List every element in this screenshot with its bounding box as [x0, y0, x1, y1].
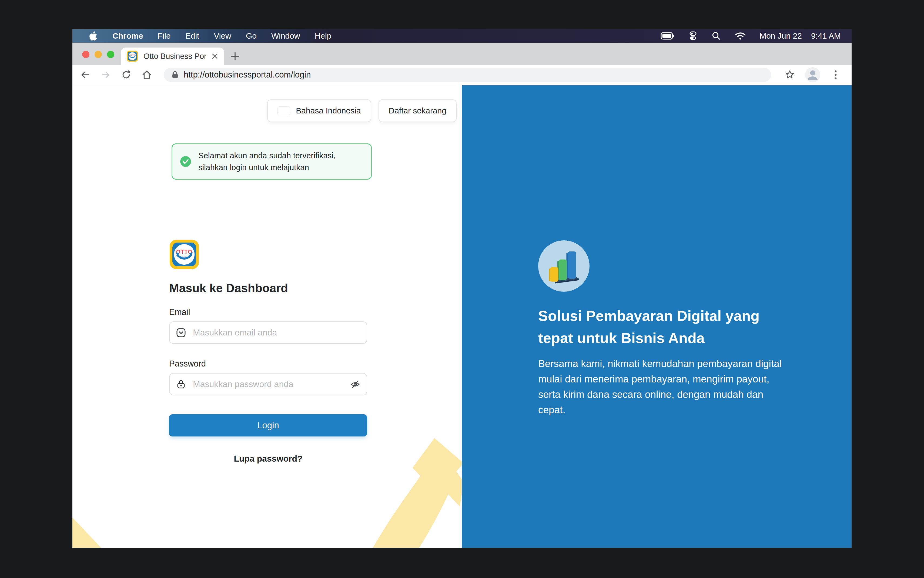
tab-title: Otto Business Portal — [143, 52, 206, 61]
tab-strip: Otto Business Portal — [72, 43, 852, 65]
lock-icon — [176, 380, 186, 389]
menu-date: Mon Jun 22 — [760, 31, 802, 41]
bar-chart-illustration — [538, 240, 589, 292]
menu-time: 9:41 AM — [811, 31, 841, 41]
top-actions: Bahasa Indonesia Daftar sekarang — [267, 99, 456, 122]
ottopay-logo — [169, 239, 200, 270]
register-button-label: Daftar sekarang — [389, 106, 447, 115]
window-minimize-button[interactable] — [94, 51, 102, 58]
new-tab-button[interactable] — [228, 49, 242, 63]
macos-menu-bar: Chrome File Edit View Go Window Help — [72, 29, 852, 43]
password-label: Password — [169, 359, 367, 369]
browser-toolbar: http://ottobusinessportal.com/login — [72, 65, 852, 85]
menu-item-chrome[interactable]: Chrome — [112, 31, 143, 41]
menu-item-edit[interactable]: Edit — [185, 31, 200, 41]
toggle-password-visibility-button[interactable] — [350, 379, 361, 390]
language-button-label: Bahasa Indonesia — [296, 106, 361, 115]
page-content: Bahasa Indonesia Daftar sekarang Selamat… — [72, 85, 852, 548]
padlock-icon[interactable] — [171, 70, 179, 79]
email-field-wrap — [169, 321, 367, 344]
forgot-password-link[interactable]: Lupa password? — [169, 454, 367, 464]
browser-menu-icon[interactable] — [830, 70, 841, 80]
growth-arrow-graphic — [349, 433, 462, 548]
control-center-icon[interactable] — [688, 31, 698, 41]
profile-avatar[interactable] — [805, 67, 820, 82]
success-alert: Selamat akun anda sudah terverifikasi, s… — [172, 143, 372, 180]
password-input[interactable] — [169, 373, 367, 395]
browser-tab[interactable]: Otto Business Portal — [121, 47, 224, 65]
hero-heading: Solusi Pembayaran Digital yang tepat unt… — [538, 305, 789, 349]
menu-item-help[interactable]: Help — [315, 31, 331, 41]
login-form: Masuk ke Dashboard Email Password — [169, 239, 367, 464]
hero-block: Solusi Pembayaran Digital yang tepat unt… — [538, 240, 792, 417]
menu-item-window[interactable]: Window — [271, 31, 300, 41]
email-icon — [176, 328, 186, 338]
reload-icon[interactable] — [121, 70, 131, 80]
hero-body-text: Bersama kami, nikmati kemudahan pembayar… — [538, 356, 789, 417]
corner-triangle-graphic — [72, 518, 101, 548]
password-field-wrap — [169, 373, 367, 395]
wifi-icon[interactable] — [735, 31, 746, 41]
eye-slash-icon — [350, 379, 361, 390]
menu-item-file[interactable]: File — [158, 31, 171, 41]
menu-item-go[interactable]: Go — [246, 31, 257, 41]
home-icon[interactable] — [141, 70, 152, 80]
register-button[interactable]: Daftar sekarang — [378, 99, 456, 122]
spotlight-search-icon[interactable] — [711, 31, 721, 41]
window-close-button[interactable] — [82, 51, 89, 58]
hero-panel: Solusi Pembayaran Digital yang tepat unt… — [462, 85, 852, 548]
menu-bar-clock[interactable]: Mon Jun 22 9:41 AM — [760, 31, 841, 41]
apple-menu-icon[interactable] — [89, 31, 98, 41]
menu-item-view[interactable]: View — [214, 31, 231, 41]
url-text: http://ottobusinessportal.com/login — [184, 70, 311, 80]
bookmark-star-icon[interactable] — [784, 70, 795, 80]
forward-icon[interactable] — [101, 70, 111, 80]
check-circle-icon — [180, 156, 191, 167]
macos-screen: Chrome File Edit View Go Window Help — [72, 29, 852, 548]
tab-close-icon[interactable] — [211, 53, 218, 60]
language-button[interactable]: Bahasa Indonesia — [267, 99, 371, 122]
address-bar[interactable]: http://ottobusinessportal.com/login — [164, 68, 771, 82]
email-input[interactable] — [169, 321, 367, 344]
window-zoom-button[interactable] — [107, 51, 114, 58]
login-button[interactable]: Login — [169, 414, 367, 437]
success-alert-text: Selamat akun anda sudah terverifikasi, s… — [198, 149, 364, 174]
back-icon[interactable] — [80, 70, 90, 80]
indonesia-flag-icon — [278, 106, 290, 115]
login-panel: Bahasa Indonesia Daftar sekarang Selamat… — [72, 85, 462, 548]
battery-icon[interactable] — [661, 31, 675, 41]
login-heading: Masuk ke Dashboard — [169, 281, 367, 295]
tab-favicon-otto-icon — [127, 50, 138, 62]
email-label: Email — [169, 307, 367, 317]
